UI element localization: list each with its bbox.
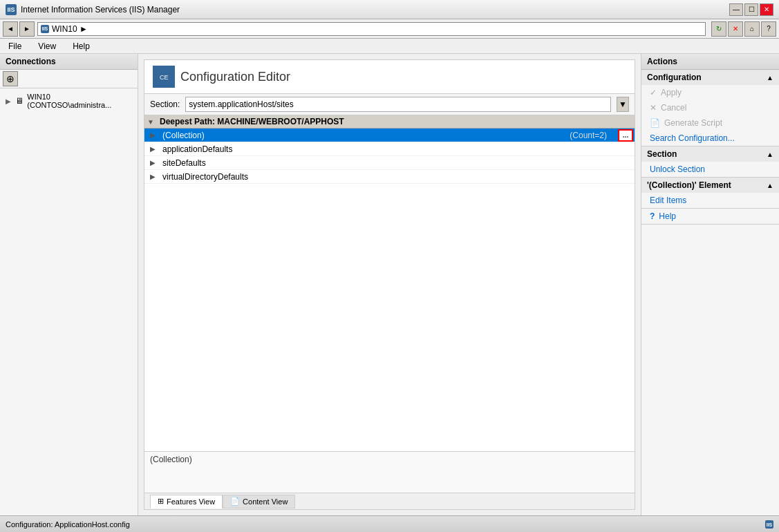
actions-section-section-header[interactable]: Section ▲ [641, 146, 779, 162]
minimize-button[interactable]: — [729, 3, 743, 16]
connections-panel: Connections ⊕ ▶ 🖥 WIN10 (CONTOSO\adminis… [0, 54, 138, 515]
deepest-path-label: Deepest Path: MACHINE/WEBROOT/APPHOST [157, 117, 344, 126]
unlock-section-link[interactable]: Unlock Section [650, 164, 705, 174]
section-dropdown-button[interactable]: ▼ [617, 97, 629, 112]
content-area: CE Configuration Editor Section: ▼ ▼ [138, 54, 779, 515]
menu-bar: File View Help [0, 39, 779, 54]
collection-browse-button[interactable]: ... [618, 129, 633, 142]
section-section-label: Section [647, 149, 677, 159]
section-label: Section: [150, 99, 180, 109]
row-name-site-defaults: siteDefaults [160, 158, 626, 168]
row-name-collection: (Collection) [160, 131, 570, 140]
description-text: (Collection) [150, 455, 192, 464]
row-value-collection: (Count=2) [570, 131, 610, 140]
tree-arrow-win10: ▶ [6, 97, 11, 105]
row-name-vdir-defaults: virtualDirectoryDefaults [160, 172, 626, 182]
tree-header: ▼ Deepest Path: MACHINE/WEBROOT/APPHOST [144, 115, 635, 129]
features-view-label: Features View [167, 497, 215, 506]
address-input[interactable]: IIS WIN10 ► [37, 22, 706, 36]
address-text: WIN10 ► [52, 24, 88, 34]
table-row[interactable]: ▶ applicationDefaults [144, 142, 635, 156]
search-config-link[interactable]: Search Configuration... [650, 133, 735, 143]
home-button[interactable]: ⌂ [744, 21, 760, 37]
editor-panel: CE Configuration Editor Section: ▼ ▼ [144, 59, 635, 510]
menu-help[interactable]: Help [70, 40, 93, 53]
maximize-button[interactable]: ☐ [744, 3, 758, 16]
main: Connections ⊕ ▶ 🖥 WIN10 (CONTOSO\adminis… [0, 54, 779, 515]
collection-element-label: '(Collection)' Element [647, 180, 731, 190]
address-icons: ↻ ✕ ⌂ ? [711, 21, 776, 37]
editor-title: Configuration Editor [180, 70, 290, 84]
collection-collapse-icon: ▲ [767, 182, 773, 189]
tree-item-win10[interactable]: ▶ 🖥 WIN10 (CONTOSO\administra... [3, 91, 135, 111]
row-name-app-defaults: applicationDefaults [160, 144, 626, 154]
config-section-label: Configuration [647, 73, 702, 82]
status-text: Configuration: ApplicationHost.config [6, 520, 130, 529]
tab-features-view[interactable]: ⊞ Features View [150, 495, 223, 509]
table-row[interactable]: ▶ (Collection) (Count=2) ... [144, 129, 635, 142]
table-row[interactable]: ▶ siteDefaults [144, 156, 635, 170]
title-bar-left: IIS Internet Information Services (IIS) … [6, 4, 180, 15]
apply-icon: ✓ [650, 88, 657, 97]
close-button[interactable]: ✕ [760, 3, 773, 16]
forward-button[interactable]: ► [19, 21, 35, 37]
action-cancel: ✕ Cancel [641, 100, 779, 115]
action-search-configuration[interactable]: Search Configuration... [641, 131, 779, 146]
generate-icon: 📄 [650, 118, 660, 128]
editor-header: CE Configuration Editor [144, 60, 635, 94]
connections-toolbar: ⊕ [0, 70, 138, 88]
expand-site-defaults-icon: ▶ [150, 159, 160, 167]
actions-section-collection-element: '(Collection)' Element ▲ Edit Items [641, 178, 779, 209]
expand-vdir-defaults-icon: ▶ [150, 173, 160, 180]
expand-collection-icon: ▶ [150, 131, 160, 139]
refresh-button[interactable]: ↻ [711, 21, 726, 37]
status-icon: IIS [765, 520, 773, 529]
deepest-expand-icon[interactable]: ▼ [147, 118, 157, 126]
cancel-label: Cancel [661, 103, 686, 113]
table-row[interactable]: ▶ virtualDirectoryDefaults [144, 170, 635, 184]
status-bar: Configuration: ApplicationHost.config II… [0, 515, 779, 532]
nav-buttons: ◄ ► [3, 21, 35, 37]
help-link[interactable]: Help [659, 211, 676, 221]
action-edit-items[interactable]: Edit Items [641, 193, 779, 208]
connections-new-button[interactable]: ⊕ [3, 71, 18, 86]
config-collapse-icon: ▲ [767, 74, 773, 82]
title-bar-controls: — ☐ ✕ [729, 3, 773, 16]
actions-section-configuration-header[interactable]: Configuration ▲ [641, 70, 779, 85]
action-unlock-section[interactable]: Unlock Section [641, 162, 779, 177]
config-editor-icon: CE [157, 70, 171, 84]
content-view-icon: 📄 [230, 497, 240, 506]
editor-icon: CE [153, 66, 175, 88]
tree-area: ▼ Deepest Path: MACHINE/WEBROOT/APPHOST … [144, 115, 635, 451]
content-view-label: Content View [243, 497, 288, 506]
features-view-icon: ⊞ [158, 497, 164, 506]
apply-label: Apply [661, 88, 682, 97]
action-apply: ✓ Apply [641, 85, 779, 100]
help-circle-icon: ? [650, 211, 655, 221]
actions-section-section: Section ▲ Unlock Section [641, 146, 779, 178]
edit-items-link[interactable]: Edit Items [650, 196, 686, 205]
tab-content-view[interactable]: 📄 Content View [223, 495, 295, 509]
generate-label: Generate Script [664, 118, 722, 128]
tree-label-win10: WIN10 (CONTOSO\administra... [27, 93, 132, 109]
section-input[interactable] [185, 97, 611, 112]
actions-section-configuration: Configuration ▲ ✓ Apply ✕ Cancel 📄 Gener… [641, 70, 779, 146]
back-button[interactable]: ◄ [3, 21, 18, 37]
menu-file[interactable]: File [6, 40, 24, 53]
app-icon: IIS [6, 4, 17, 15]
actions-panel: Actions Configuration ▲ ✓ Apply ✕ Cancel [641, 54, 779, 515]
title-bar-title: Internet Information Services (IIS) Mana… [21, 5, 180, 15]
cancel-icon: ✕ [650, 103, 657, 113]
actions-section-help: ? Help [641, 209, 779, 225]
action-generate-script: 📄 Generate Script [641, 115, 779, 131]
expand-app-defaults-icon: ▶ [150, 145, 160, 153]
status-iis-icon: IIS [765, 520, 773, 529]
help-button[interactable]: ? [761, 21, 776, 37]
actions-section-collection-header[interactable]: '(Collection)' Element ▲ [641, 178, 779, 193]
menu-view[interactable]: View [35, 40, 59, 53]
action-help[interactable]: ? Help [641, 209, 779, 224]
title-bar: IIS Internet Information Services (IIS) … [0, 0, 779, 19]
section-collapse-icon: ▲ [767, 151, 773, 158]
svg-text:CE: CE [160, 74, 169, 81]
stop-button[interactable]: ✕ [728, 21, 743, 37]
